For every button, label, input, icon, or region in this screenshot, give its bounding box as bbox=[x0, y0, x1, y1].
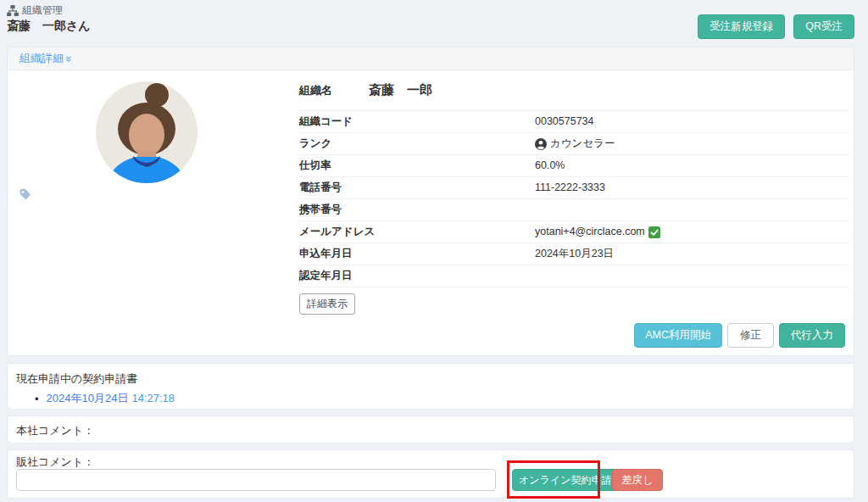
field-row-phone: 電話番号 111-2222-3333 bbox=[299, 177, 849, 199]
field-label: 認定年月日 bbox=[299, 265, 535, 287]
field-value: 2024年10月23日 bbox=[535, 243, 614, 265]
avatar bbox=[96, 81, 198, 183]
new-order-button[interactable]: 受注新規登録 bbox=[698, 14, 785, 39]
field-label: 電話番号 bbox=[299, 177, 535, 198]
proxy-input-button[interactable]: 代行入力 bbox=[779, 323, 845, 348]
field-value: 60.0% bbox=[535, 155, 565, 176]
field-row-email: メールアドレス yotani+4@circlace.com bbox=[299, 221, 849, 243]
user-name: 斎藤 一郎さん bbox=[7, 19, 91, 34]
verified-check-icon bbox=[648, 226, 660, 238]
application-link[interactable]: 2024年10月24日14:27:18 bbox=[47, 391, 175, 406]
field-label: メールアドレス bbox=[299, 221, 535, 243]
field-row-margin-rate: 仕切率 60.0% bbox=[299, 155, 849, 177]
field-list: 組織名 斎藤 一郎 組織コード 0030575734 ランク bbox=[299, 70, 849, 315]
field-row-certify-date: 認定年月日 bbox=[299, 265, 849, 287]
pending-applications-panel: 現在申請中の契約申請書 • 2024年10月24日14:27:18 bbox=[7, 363, 854, 410]
dealer-comment-panel: 販社コメント： オンライン契約申請 差戻し bbox=[7, 449, 854, 499]
online-contract-apply-button[interactable]: オンライン契約申請 bbox=[512, 469, 618, 491]
field-row-apply-date: 申込年月日 2024年10月23日 bbox=[299, 243, 849, 265]
org-name-label: 組織名 bbox=[299, 83, 347, 98]
detail-view-button[interactable]: 詳細表示 bbox=[299, 293, 355, 315]
amc-start-button[interactable]: AMC利用開始 bbox=[634, 323, 722, 348]
pending-applications-title: 現在申請中の契約申請書 bbox=[16, 371, 845, 387]
org-detail-toggle[interactable]: 組織詳細 » bbox=[19, 51, 72, 66]
header-actions: 受注新規登録 QR受注 bbox=[698, 14, 854, 39]
breadcrumb-label: 組織管理 bbox=[22, 3, 63, 18]
field-label: 仕切率 bbox=[299, 155, 535, 176]
dealer-comment-label: 販社コメント： bbox=[16, 455, 845, 470]
tag-icon[interactable] bbox=[18, 187, 32, 205]
application-date: 2024年10月24日 bbox=[47, 392, 129, 404]
hq-comment-label: 本社コメント： bbox=[16, 423, 845, 438]
org-name-row: 組織名 斎藤 一郎 bbox=[299, 70, 849, 111]
breadcrumb: 組織管理 bbox=[7, 3, 63, 18]
user-circle-icon bbox=[535, 138, 547, 150]
field-value: 111-2222-3333 bbox=[535, 177, 605, 198]
field-row-rank: ランク カウンセラー bbox=[299, 133, 849, 155]
email-value: yotani+4@circlace.com bbox=[535, 221, 645, 243]
send-back-button[interactable]: 差戻し bbox=[612, 469, 663, 491]
field-row-mobile: 携帯番号 bbox=[299, 199, 849, 221]
bullet: • bbox=[35, 393, 39, 405]
field-label: ランク bbox=[299, 133, 535, 154]
field-label: 組織コード bbox=[299, 111, 535, 132]
panel-title: 組織詳細 bbox=[19, 51, 64, 66]
chevron-double-down-icon: » bbox=[64, 55, 75, 61]
hq-comment-panel: 本社コメント： bbox=[7, 416, 854, 443]
qr-order-button[interactable]: QR受注 bbox=[793, 14, 854, 39]
panel-body: 組織名 斎藤 一郎 組織コード 0030575734 ランク bbox=[8, 70, 854, 355]
org-name-value: 斎藤 一郎 bbox=[369, 82, 432, 98]
dealer-comment-input[interactable] bbox=[16, 469, 496, 491]
page: 組織管理 斎藤 一郎さん 受注新規登録 QR受注 組織詳細 » bbox=[0, 0, 868, 502]
field-value: カウンセラー bbox=[535, 133, 615, 154]
application-list-item: • 2024年10月24日14:27:18 bbox=[35, 391, 845, 406]
application-time: 14:27:18 bbox=[131, 392, 175, 404]
field-value: 0030575734 bbox=[535, 111, 594, 132]
field-label: 申込年月日 bbox=[299, 243, 535, 265]
field-value: yotani+4@circlace.com bbox=[535, 221, 660, 243]
sitemap-icon bbox=[7, 5, 19, 16]
rank-value: カウンセラー bbox=[550, 133, 615, 154]
panel-header: 組織詳細 » bbox=[8, 47, 854, 70]
detail-footer-actions: AMC利用開始 修正 代行入力 bbox=[634, 323, 845, 348]
field-label: 携帯番号 bbox=[299, 199, 535, 220]
edit-button[interactable]: 修正 bbox=[727, 323, 774, 348]
field-row-org-code: 組織コード 0030575734 bbox=[299, 111, 849, 133]
organization-detail-panel: 組織詳細 » bbox=[7, 47, 854, 356]
